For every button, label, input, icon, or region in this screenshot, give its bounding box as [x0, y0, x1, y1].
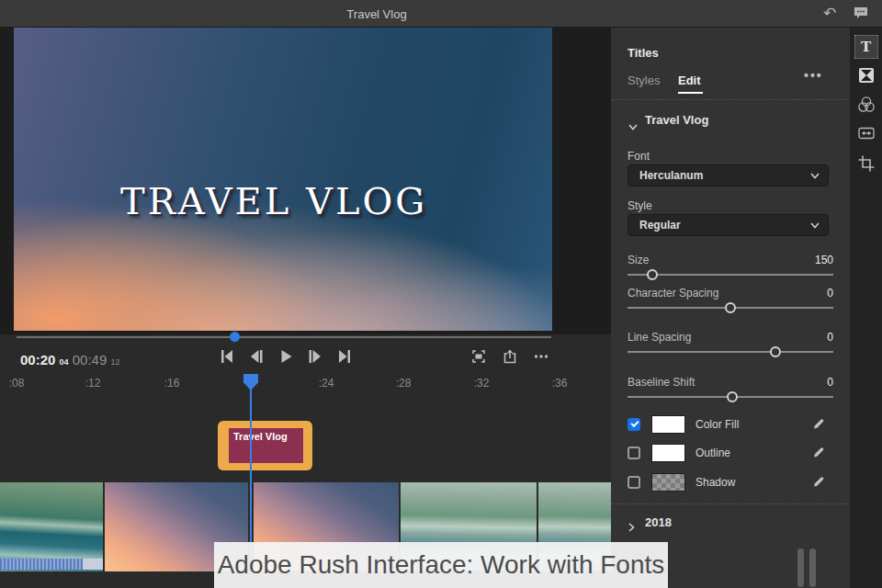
comments-icon[interactable]	[852, 5, 870, 23]
title-clip-body: Travel Vlog	[229, 428, 303, 463]
title-clip-label: Travel Vlog	[233, 431, 288, 442]
ruler-tick: :12	[85, 377, 101, 390]
baseline-shift-slider-thumb[interactable]	[727, 391, 738, 402]
size-value: 150	[815, 254, 833, 266]
outline-label: Outline	[695, 447, 730, 459]
color-tool-icon[interactable]	[856, 96, 876, 118]
topbar: Travel Vlog ↶	[0, 0, 882, 28]
ruler-tick: :32	[474, 377, 490, 390]
duration-time: 00:49	[73, 352, 107, 368]
video-clip-1[interactable]	[0, 482, 103, 571]
preview-area: TRAVEL VLOG	[0, 28, 611, 334]
more-icon	[533, 348, 549, 365]
line-spacing-slider-thumb[interactable]	[770, 346, 781, 357]
scrubber-handle[interactable]	[230, 332, 240, 342]
preview-title-overlay[interactable]: TRAVEL VLOG	[120, 180, 427, 222]
style-label: Style	[628, 199, 652, 212]
skip-end-button[interactable]	[336, 348, 355, 367]
share-button[interactable]	[502, 348, 520, 367]
shadow-label: Shadow	[695, 476, 735, 489]
timecode: 00:20 04 00:49 12	[20, 352, 119, 368]
chevron-right-icon[interactable]	[628, 519, 635, 536]
line-spacing-slider[interactable]	[628, 351, 833, 353]
video-caption: Adobe Rush Interface: Work with Fonts	[214, 542, 668, 588]
ruler-tick: :36	[552, 377, 568, 390]
collapsed-section-title[interactable]: 2018	[645, 515, 672, 529]
share-icon	[502, 348, 518, 365]
style-select-value: Regular	[639, 219, 681, 232]
audio-waveform-tail	[83, 559, 103, 570]
size-label: Size	[628, 254, 649, 266]
project-title: Travel Vlog	[346, 7, 406, 21]
speed-tool-icon[interactable]	[857, 125, 876, 145]
title-clip[interactable]: Travel Vlog	[218, 421, 312, 470]
font-label: Font	[628, 150, 650, 163]
duration-frames: 12	[110, 357, 119, 367]
skip-start-button[interactable]	[219, 348, 237, 367]
shadow-row: Shadow	[628, 473, 833, 493]
divider	[611, 99, 850, 100]
outline-row: Outline	[628, 444, 833, 464]
size-slider[interactable]	[628, 274, 833, 276]
active-tab-underline	[678, 92, 703, 94]
titles-panel: Titles Styles Edit ••• Travel Vlog Font …	[611, 28, 850, 588]
titles-tool-icon[interactable]: T	[854, 35, 878, 59]
color-fill-label: Color Fill	[695, 418, 739, 431]
adobe-rush-window: Travel Vlog ↶ TRAVEL VLOG 00:20 04 00:49…	[0, 0, 882, 588]
line-spacing-slider-row: Line Spacing 0	[628, 331, 833, 369]
baseline-shift-label: Baseline Shift	[628, 376, 695, 389]
shadow-swatch[interactable]	[651, 473, 685, 492]
shadow-checkbox[interactable]	[628, 476, 640, 489]
play-button[interactable]	[277, 348, 296, 367]
font-select-value: Herculanum	[639, 169, 703, 182]
color-fill-checkbox[interactable]	[628, 418, 640, 431]
eyedropper-icon[interactable]	[811, 416, 826, 431]
undo-icon[interactable]: ↶	[820, 5, 839, 23]
skip-end-icon	[336, 348, 353, 365]
character-spacing-value: 0	[827, 287, 833, 300]
current-frames: 04	[60, 357, 69, 367]
tools-rail: T	[850, 28, 882, 588]
size-slider-thumb[interactable]	[647, 269, 658, 280]
eyedropper-icon[interactable]	[811, 474, 826, 489]
playhead-marker[interactable]	[243, 374, 258, 390]
baseline-shift-slider[interactable]	[628, 396, 833, 398]
tab-edit[interactable]: Edit	[678, 74, 701, 87]
baseline-shift-slider-row: Baseline Shift 0	[628, 376, 833, 414]
play-icon	[277, 348, 294, 365]
line-spacing-value: 0	[827, 331, 833, 344]
style-select[interactable]: Regular	[628, 214, 829, 236]
comments-icon-glyph	[853, 5, 869, 21]
baseline-shift-value: 0	[827, 376, 833, 389]
transitions-tool-icon[interactable]	[857, 66, 876, 88]
fullscreen-icon	[470, 348, 487, 365]
fullscreen-button[interactable]	[470, 348, 489, 367]
ruler-tick: :24	[319, 377, 334, 390]
more-button[interactable]	[533, 348, 551, 367]
frame-forward-button[interactable]	[307, 348, 325, 367]
video-preview[interactable]: TRAVEL VLOG	[14, 28, 552, 331]
character-spacing-slider-thumb[interactable]	[725, 302, 736, 313]
crop-tool-icon[interactable]	[857, 154, 876, 176]
scrollbar[interactable]	[797, 548, 804, 587]
preview-scrubber[interactable]	[17, 336, 551, 338]
chevron-down-icon[interactable]	[628, 118, 638, 134]
outline-swatch[interactable]	[651, 444, 685, 462]
scrollbar[interactable]	[809, 548, 816, 587]
chevron-down-icon	[810, 173, 820, 179]
divider	[611, 503, 850, 504]
character-spacing-slider[interactable]	[628, 307, 833, 309]
clip-section-title[interactable]: Travel Vlog	[645, 113, 708, 127]
tab-styles[interactable]: Styles	[628, 74, 660, 87]
font-select[interactable]: Herculanum	[628, 164, 829, 187]
main-area: TRAVEL VLOG 00:20 04 00:49 12	[0, 28, 611, 588]
ruler-tick: :16	[164, 377, 180, 390]
eyedropper-icon[interactable]	[811, 445, 826, 459]
frame-back-button[interactable]	[248, 348, 266, 367]
outline-checkbox[interactable]	[628, 447, 640, 459]
color-fill-swatch[interactable]	[651, 415, 685, 434]
frame-forward-icon	[307, 348, 323, 365]
panel-more-options[interactable]: •••	[804, 68, 823, 83]
chevron-down-icon	[810, 222, 820, 229]
color-fill-row: Color Fill	[628, 415, 833, 435]
